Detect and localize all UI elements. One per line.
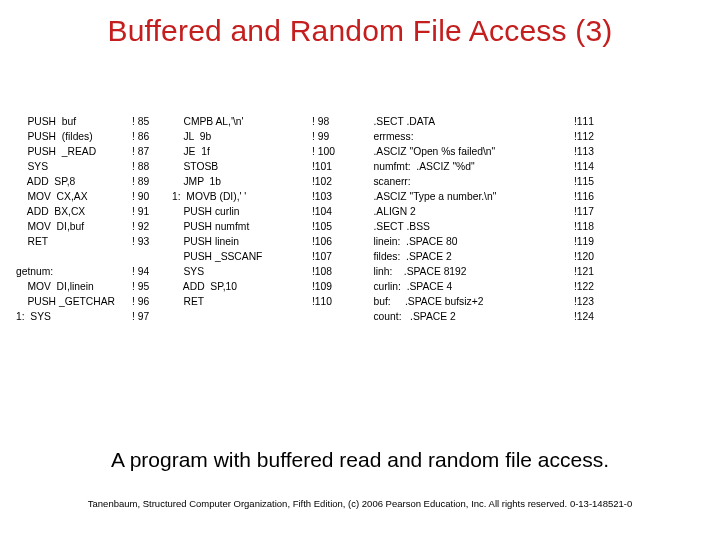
caption: A program with buffered read and random … xyxy=(0,448,720,472)
attribution: Tanenbaum, Structured Computer Organizat… xyxy=(0,498,720,509)
code-col-1-lines: ! 85 ! 86 ! 87 ! 88 ! 89 ! 90 ! 91 ! 92 … xyxy=(132,114,172,334)
slide-title: Buffered and Random File Access (3) xyxy=(0,14,720,48)
code-col-3-asm: .SECT .DATA errmess: .ASCIZ "Open %s fai… xyxy=(362,114,574,334)
code-col-1-asm: PUSH buf PUSH (fildes) PUSH _READ SYS AD… xyxy=(16,114,132,334)
code-listing: PUSH buf PUSH (fildes) PUSH _READ SYS AD… xyxy=(16,114,704,334)
code-col-2-asm: CMPB AL,'\n' JL 9b JE 1f STOSB JMP 1b 1:… xyxy=(172,114,312,334)
slide: Buffered and Random File Access (3) PUSH… xyxy=(0,0,720,540)
code-col-2-lines: ! 98 ! 99 ! 100 !101 !102 !103 !104 !105… xyxy=(312,114,362,334)
code-col-3-lines: !111 !112 !113 !114 !115 !116 !117 !118 … xyxy=(574,114,618,334)
